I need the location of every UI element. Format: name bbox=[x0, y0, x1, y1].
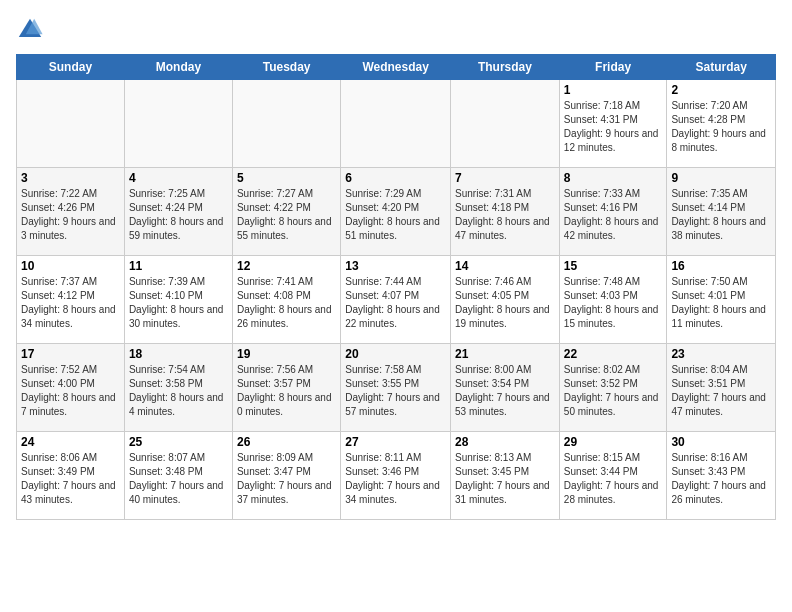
logo bbox=[16, 16, 48, 44]
week-row-4: 17Sunrise: 7:52 AM Sunset: 4:00 PM Dayli… bbox=[17, 344, 776, 432]
day-cell: 10Sunrise: 7:37 AM Sunset: 4:12 PM Dayli… bbox=[17, 256, 125, 344]
day-info: Sunrise: 7:50 AM Sunset: 4:01 PM Dayligh… bbox=[671, 275, 771, 331]
column-header-wednesday: Wednesday bbox=[341, 55, 451, 80]
column-header-tuesday: Tuesday bbox=[232, 55, 340, 80]
day-number: 17 bbox=[21, 347, 120, 361]
day-cell bbox=[341, 80, 451, 168]
day-number: 23 bbox=[671, 347, 771, 361]
day-cell: 15Sunrise: 7:48 AM Sunset: 4:03 PM Dayli… bbox=[559, 256, 667, 344]
day-cell: 18Sunrise: 7:54 AM Sunset: 3:58 PM Dayli… bbox=[124, 344, 232, 432]
day-info: Sunrise: 8:11 AM Sunset: 3:46 PM Dayligh… bbox=[345, 451, 446, 507]
day-number: 4 bbox=[129, 171, 228, 185]
day-cell bbox=[124, 80, 232, 168]
day-cell: 13Sunrise: 7:44 AM Sunset: 4:07 PM Dayli… bbox=[341, 256, 451, 344]
column-header-sunday: Sunday bbox=[17, 55, 125, 80]
day-info: Sunrise: 7:54 AM Sunset: 3:58 PM Dayligh… bbox=[129, 363, 228, 419]
day-info: Sunrise: 8:16 AM Sunset: 3:43 PM Dayligh… bbox=[671, 451, 771, 507]
day-info: Sunrise: 7:39 AM Sunset: 4:10 PM Dayligh… bbox=[129, 275, 228, 331]
day-number: 1 bbox=[564, 83, 663, 97]
day-number: 5 bbox=[237, 171, 336, 185]
day-number: 16 bbox=[671, 259, 771, 273]
day-number: 28 bbox=[455, 435, 555, 449]
day-number: 20 bbox=[345, 347, 446, 361]
day-info: Sunrise: 8:07 AM Sunset: 3:48 PM Dayligh… bbox=[129, 451, 228, 507]
day-info: Sunrise: 7:25 AM Sunset: 4:24 PM Dayligh… bbox=[129, 187, 228, 243]
column-header-monday: Monday bbox=[124, 55, 232, 80]
day-number: 29 bbox=[564, 435, 663, 449]
day-cell: 12Sunrise: 7:41 AM Sunset: 4:08 PM Dayli… bbox=[232, 256, 340, 344]
day-info: Sunrise: 7:31 AM Sunset: 4:18 PM Dayligh… bbox=[455, 187, 555, 243]
day-number: 30 bbox=[671, 435, 771, 449]
day-info: Sunrise: 7:37 AM Sunset: 4:12 PM Dayligh… bbox=[21, 275, 120, 331]
day-number: 15 bbox=[564, 259, 663, 273]
day-cell: 17Sunrise: 7:52 AM Sunset: 4:00 PM Dayli… bbox=[17, 344, 125, 432]
day-cell: 21Sunrise: 8:00 AM Sunset: 3:54 PM Dayli… bbox=[451, 344, 560, 432]
day-info: Sunrise: 7:22 AM Sunset: 4:26 PM Dayligh… bbox=[21, 187, 120, 243]
day-number: 8 bbox=[564, 171, 663, 185]
column-header-thursday: Thursday bbox=[451, 55, 560, 80]
day-number: 2 bbox=[671, 83, 771, 97]
day-cell: 16Sunrise: 7:50 AM Sunset: 4:01 PM Dayli… bbox=[667, 256, 776, 344]
day-cell bbox=[232, 80, 340, 168]
day-cell: 19Sunrise: 7:56 AM Sunset: 3:57 PM Dayli… bbox=[232, 344, 340, 432]
day-number: 3 bbox=[21, 171, 120, 185]
day-info: Sunrise: 7:48 AM Sunset: 4:03 PM Dayligh… bbox=[564, 275, 663, 331]
day-cell bbox=[17, 80, 125, 168]
day-number: 22 bbox=[564, 347, 663, 361]
day-number: 6 bbox=[345, 171, 446, 185]
day-info: Sunrise: 7:52 AM Sunset: 4:00 PM Dayligh… bbox=[21, 363, 120, 419]
day-cell: 5Sunrise: 7:27 AM Sunset: 4:22 PM Daylig… bbox=[232, 168, 340, 256]
day-info: Sunrise: 7:20 AM Sunset: 4:28 PM Dayligh… bbox=[671, 99, 771, 155]
day-info: Sunrise: 7:33 AM Sunset: 4:16 PM Dayligh… bbox=[564, 187, 663, 243]
day-number: 13 bbox=[345, 259, 446, 273]
day-number: 24 bbox=[21, 435, 120, 449]
day-number: 11 bbox=[129, 259, 228, 273]
logo-icon bbox=[16, 16, 44, 44]
day-cell: 29Sunrise: 8:15 AM Sunset: 3:44 PM Dayli… bbox=[559, 432, 667, 520]
day-cell: 4Sunrise: 7:25 AM Sunset: 4:24 PM Daylig… bbox=[124, 168, 232, 256]
day-cell: 7Sunrise: 7:31 AM Sunset: 4:18 PM Daylig… bbox=[451, 168, 560, 256]
day-number: 12 bbox=[237, 259, 336, 273]
day-info: Sunrise: 7:18 AM Sunset: 4:31 PM Dayligh… bbox=[564, 99, 663, 155]
day-number: 18 bbox=[129, 347, 228, 361]
day-info: Sunrise: 7:58 AM Sunset: 3:55 PM Dayligh… bbox=[345, 363, 446, 419]
day-info: Sunrise: 7:35 AM Sunset: 4:14 PM Dayligh… bbox=[671, 187, 771, 243]
page: SundayMondayTuesdayWednesdayThursdayFrid… bbox=[0, 0, 792, 530]
week-row-2: 3Sunrise: 7:22 AM Sunset: 4:26 PM Daylig… bbox=[17, 168, 776, 256]
calendar-header-row: SundayMondayTuesdayWednesdayThursdayFrid… bbox=[17, 55, 776, 80]
day-cell: 14Sunrise: 7:46 AM Sunset: 4:05 PM Dayli… bbox=[451, 256, 560, 344]
day-info: Sunrise: 7:46 AM Sunset: 4:05 PM Dayligh… bbox=[455, 275, 555, 331]
day-number: 10 bbox=[21, 259, 120, 273]
day-info: Sunrise: 7:44 AM Sunset: 4:07 PM Dayligh… bbox=[345, 275, 446, 331]
day-info: Sunrise: 7:27 AM Sunset: 4:22 PM Dayligh… bbox=[237, 187, 336, 243]
day-cell: 24Sunrise: 8:06 AM Sunset: 3:49 PM Dayli… bbox=[17, 432, 125, 520]
day-number: 7 bbox=[455, 171, 555, 185]
day-cell: 11Sunrise: 7:39 AM Sunset: 4:10 PM Dayli… bbox=[124, 256, 232, 344]
day-number: 9 bbox=[671, 171, 771, 185]
day-info: Sunrise: 8:06 AM Sunset: 3:49 PM Dayligh… bbox=[21, 451, 120, 507]
day-number: 25 bbox=[129, 435, 228, 449]
day-number: 14 bbox=[455, 259, 555, 273]
calendar-table: SundayMondayTuesdayWednesdayThursdayFrid… bbox=[16, 54, 776, 520]
header bbox=[16, 16, 776, 44]
day-cell: 20Sunrise: 7:58 AM Sunset: 3:55 PM Dayli… bbox=[341, 344, 451, 432]
day-cell: 1Sunrise: 7:18 AM Sunset: 4:31 PM Daylig… bbox=[559, 80, 667, 168]
day-info: Sunrise: 7:56 AM Sunset: 3:57 PM Dayligh… bbox=[237, 363, 336, 419]
day-number: 27 bbox=[345, 435, 446, 449]
week-row-1: 1Sunrise: 7:18 AM Sunset: 4:31 PM Daylig… bbox=[17, 80, 776, 168]
day-info: Sunrise: 8:00 AM Sunset: 3:54 PM Dayligh… bbox=[455, 363, 555, 419]
day-info: Sunrise: 8:09 AM Sunset: 3:47 PM Dayligh… bbox=[237, 451, 336, 507]
day-cell: 22Sunrise: 8:02 AM Sunset: 3:52 PM Dayli… bbox=[559, 344, 667, 432]
column-header-saturday: Saturday bbox=[667, 55, 776, 80]
day-info: Sunrise: 8:15 AM Sunset: 3:44 PM Dayligh… bbox=[564, 451, 663, 507]
day-cell: 25Sunrise: 8:07 AM Sunset: 3:48 PM Dayli… bbox=[124, 432, 232, 520]
day-cell: 28Sunrise: 8:13 AM Sunset: 3:45 PM Dayli… bbox=[451, 432, 560, 520]
day-info: Sunrise: 7:29 AM Sunset: 4:20 PM Dayligh… bbox=[345, 187, 446, 243]
day-cell: 6Sunrise: 7:29 AM Sunset: 4:20 PM Daylig… bbox=[341, 168, 451, 256]
day-number: 19 bbox=[237, 347, 336, 361]
day-cell: 8Sunrise: 7:33 AM Sunset: 4:16 PM Daylig… bbox=[559, 168, 667, 256]
day-cell: 2Sunrise: 7:20 AM Sunset: 4:28 PM Daylig… bbox=[667, 80, 776, 168]
column-header-friday: Friday bbox=[559, 55, 667, 80]
day-info: Sunrise: 7:41 AM Sunset: 4:08 PM Dayligh… bbox=[237, 275, 336, 331]
day-number: 26 bbox=[237, 435, 336, 449]
